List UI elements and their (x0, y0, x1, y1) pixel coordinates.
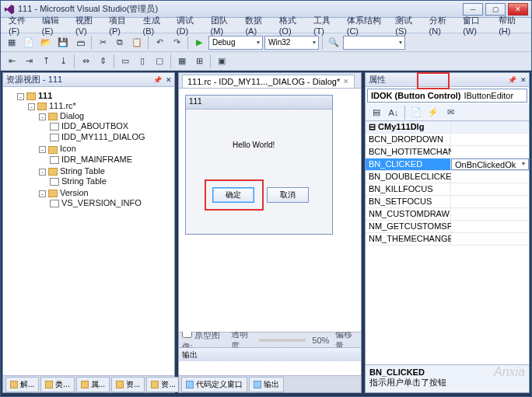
categorized-icon[interactable]: ▤ (369, 105, 384, 120)
menu-item[interactable]: 数据(A) (240, 13, 274, 37)
menu-item[interactable]: 生成(B) (138, 13, 172, 37)
resource-view-title: 资源视图 - 111 (6, 74, 62, 85)
tree-item[interactable]: IDR_MAINFRAME (50, 154, 171, 165)
opacity-value: 50% (312, 336, 329, 345)
same-size-icon[interactable]: ▢ (152, 54, 167, 69)
category-row[interactable]: ⊟ CMy111Dlg (366, 121, 529, 134)
menu-item[interactable]: 调试(D) (172, 13, 206, 37)
resource-tree[interactable]: -111 -111.rc* -DialogIDD_ABOUTBOXIDD_MY1… (3, 87, 174, 375)
cancel-button[interactable]: 取消 (267, 187, 309, 203)
save-all-icon[interactable]: 🗃 (72, 35, 88, 50)
menu-item[interactable]: 窗口(W) (458, 13, 494, 37)
opacity-slider[interactable] (259, 339, 306, 342)
cut-icon[interactable]: ✂ (95, 35, 110, 50)
tree-item[interactable]: IDD_ABOUTBOX (50, 120, 171, 131)
tree-rc[interactable]: -111.rc* -DialogIDD_ABOUTBOXIDD_MY111_DI… (28, 100, 171, 210)
panel-tab[interactable]: 资... (146, 377, 180, 392)
tree-folder[interactable]: -DialogIDD_ABOUTBOXIDD_MY111_DIALOG (39, 110, 171, 143)
center-v-icon[interactable]: ⇕ (95, 54, 110, 69)
menu-item[interactable]: 格式(O) (275, 13, 309, 37)
control-selector[interactable]: IDOK (Button Control)IButtonEditor (367, 89, 527, 103)
mid-bottom-tabs: 代码定义窗口输出 (179, 375, 361, 392)
pin-icon[interactable]: 📌 (508, 76, 516, 84)
start-icon[interactable]: ▶ (191, 35, 207, 50)
menu-item[interactable]: 视图(V) (71, 13, 104, 37)
paste-icon[interactable]: 📋 (129, 35, 145, 50)
pin-icon[interactable]: 📌 (153, 76, 162, 84)
menu-item[interactable]: 项目(P) (104, 13, 138, 37)
menu-item[interactable]: 文件(F) (4, 13, 37, 37)
new-project-icon[interactable]: ▦ (4, 35, 19, 50)
same-height-icon[interactable]: ▯ (135, 54, 150, 69)
properties-toolbar: ▤ A↓ 📄 ⚡ ✉ (366, 104, 529, 121)
tree-item[interactable]: VS_VERSION_INFO (50, 197, 171, 208)
output-header: 输出 (179, 347, 361, 361)
editor-tab[interactable]: 111.rc - IDD_MY11..._DIALOG - Dialog*✕ (182, 75, 355, 88)
save-icon[interactable]: 💾 (55, 35, 71, 50)
align-right-icon[interactable]: ⇥ (21, 54, 37, 69)
center-h-icon[interactable]: ⇔ (78, 54, 93, 69)
property-row[interactable]: BN_KILLFOCUS (366, 183, 529, 196)
menu-item[interactable]: 分析(N) (425, 13, 459, 37)
panel-tab[interactable]: 属... (76, 377, 110, 392)
messages-icon[interactable]: ✉ (443, 105, 458, 120)
properties-icon[interactable]: 📄 (408, 105, 424, 120)
menu-item[interactable]: 体系结构(C) (342, 13, 391, 37)
align-left-icon[interactable]: ⇤ (4, 54, 19, 69)
left-bottom-tabs: 解...类...属...资...资... (3, 375, 174, 392)
workarea: 资源视图 - 111 📌 ✕ -111 -111.rc* -DialogIDD_… (1, 71, 531, 395)
tree-item[interactable]: IDD_MY111_DIALOG (50, 131, 171, 142)
dialog-preview[interactable]: 111 Hello World! 确定 取消 (185, 95, 333, 235)
same-width-icon[interactable]: ▭ (117, 54, 133, 69)
tree-folder[interactable]: -VersionVS_VERSION_INFO (39, 187, 171, 209)
menu-item[interactable]: 工具(T) (309, 13, 342, 37)
grid-icon[interactable]: ▦ (174, 54, 190, 69)
find-icon[interactable]: 🔍 (326, 35, 341, 50)
menu-item[interactable]: 帮助(H) (494, 13, 528, 37)
alphabetical-icon[interactable]: A↓ (386, 105, 401, 120)
find-box[interactable] (343, 36, 405, 50)
output-tab[interactable]: 代码定义窗口 (181, 377, 247, 392)
menubar: 文件(F)编辑(E)视图(V)项目(P)生成(B)调试(D)团队(M)数据(A)… (1, 18, 531, 33)
redo-icon[interactable]: ↷ (169, 35, 184, 50)
align-top-icon[interactable]: ⤒ (38, 54, 54, 69)
property-row[interactable]: NM_GETCUSTOMSPl (366, 221, 529, 233)
close-panel-icon[interactable]: ✕ (166, 76, 172, 84)
menu-item[interactable]: 团队(M) (206, 13, 241, 37)
properties-title: 属性 (369, 74, 386, 85)
add-item-icon[interactable]: 📄 (21, 35, 37, 50)
ok-button[interactable]: 确定 (212, 187, 254, 203)
tree-item[interactable]: String Table (50, 176, 171, 186)
panel-tab[interactable]: 解... (5, 377, 39, 392)
property-row[interactable]: BN_CLICKEDOnBnClickedOk (366, 158, 529, 171)
test-dialog-icon[interactable]: ▣ (214, 54, 229, 69)
menu-item[interactable]: 测试(S) (390, 13, 424, 37)
property-row[interactable]: NM_CUSTOMDRAW (366, 208, 529, 221)
copy-icon[interactable]: ⧉ (112, 35, 128, 50)
tree-folder[interactable]: -IconIDR_MAINFRAME (39, 143, 171, 165)
align-bottom-icon[interactable]: ⤓ (55, 54, 71, 69)
guides-icon[interactable]: ⊞ (191, 54, 207, 69)
property-row[interactable]: BCN_HOTITEMCHAN (366, 146, 529, 158)
output-tab[interactable]: 输出 (249, 377, 284, 392)
tree-folder[interactable]: -String TableString Table (39, 165, 171, 187)
dialog-designer[interactable]: 111 Hello World! 确定 取消 (179, 89, 361, 332)
tree-root[interactable]: -111 -111.rc* -DialogIDD_ABOUTBOXIDD_MY1… (17, 90, 171, 211)
undo-icon[interactable]: ↶ (152, 35, 167, 50)
menu-item[interactable]: 编辑(E) (37, 13, 71, 37)
property-grid[interactable]: ⊟ CMy111Dlg BCN_DROPDOWNBCN_HOTITEMCHANB… (366, 121, 529, 364)
panel-tab[interactable]: 类... (40, 377, 74, 392)
close-panel-icon[interactable]: ✕ (520, 76, 527, 84)
open-icon[interactable]: 📂 (38, 35, 54, 50)
static-text-hello[interactable]: Hello World! (233, 141, 275, 149)
close-tab-icon[interactable]: ✕ (343, 78, 349, 85)
panel-tab[interactable]: 资... (111, 377, 145, 392)
events-icon[interactable]: ⚡ (425, 105, 441, 120)
property-row[interactable]: BN_DOUBLECLICKED (366, 171, 529, 183)
property-row[interactable]: BN_SETFOCUS (366, 196, 529, 208)
platform-dropdown[interactable]: Win32 (264, 36, 319, 50)
property-row[interactable]: BCN_DROPDOWN (366, 134, 529, 146)
property-row[interactable]: NM_THEMECHANGE (366, 233, 529, 246)
toolbar-dialog: ⇤ ⇥ ⤒ ⤓ ⇔ ⇕ ▭ ▯ ▢ ▦ ⊞ ▣ (1, 52, 531, 71)
config-dropdown[interactable]: Debug (208, 36, 263, 50)
